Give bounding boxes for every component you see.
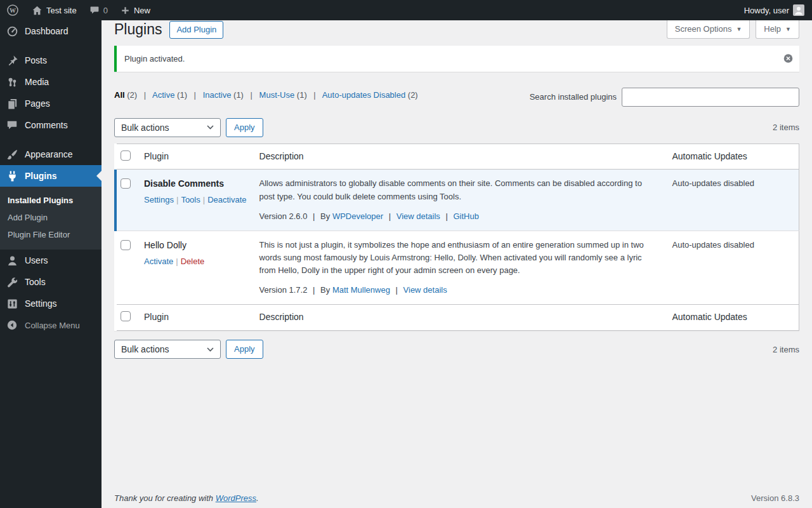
howdy-label: Howdy, user <box>744 6 789 15</box>
footer-thanks: Thank you for creating with WordPress. <box>114 493 259 503</box>
filter-inactive[interactable]: Inactive <box>203 90 232 100</box>
page-title: Plugins <box>114 20 162 39</box>
plugin-version: Version 1.7.2 <box>259 285 308 295</box>
sidebar-label: Tools <box>25 277 46 287</box>
site-name-link[interactable]: Test site <box>25 0 83 20</box>
screen-options-button[interactable]: Screen Options ▼ <box>667 20 750 39</box>
apply-button[interactable]: Apply <box>226 118 263 137</box>
sidebar-item-posts[interactable]: Posts <box>0 50 102 71</box>
sidebar-item-comments[interactable]: Comments <box>0 114 102 136</box>
sidebar-item-dashboard[interactable]: Dashboard <box>0 20 102 42</box>
wordpress-link[interactable]: WordPress <box>216 493 256 503</box>
chevron-down-icon: ▼ <box>785 25 791 32</box>
sidebar-label: Appearance <box>25 149 73 159</box>
add-plugin-button[interactable]: Add Plugin <box>169 21 223 39</box>
chevron-down-icon: ▼ <box>736 25 742 32</box>
items-count: 2 items <box>773 123 799 132</box>
collapse-menu-button[interactable]: Collapse Menu <box>0 314 102 336</box>
dismiss-icon <box>783 53 794 64</box>
plugin-description: This is not just a plugin, it symbolizes… <box>259 239 660 277</box>
tools-link[interactable]: Tools <box>181 195 200 204</box>
plugin-description: Allows administrators to globally disabl… <box>259 177 660 203</box>
footer-version: Version 6.8.3 <box>751 493 799 503</box>
search-label: Search installed plugins <box>530 92 617 102</box>
table-row-hello-dolly: Hello Dolly Activate|Delete This is not … <box>115 231 799 305</box>
select-all-checkbox[interactable] <box>121 150 131 161</box>
sidebar-item-tools[interactable]: Tools <box>0 271 102 293</box>
author-link[interactable]: WPDeveloper <box>332 211 383 221</box>
author-link[interactable]: Matt Mullenweg <box>332 285 390 295</box>
media-icon <box>6 76 18 88</box>
sidebar-item-appearance[interactable]: Appearance <box>0 144 102 165</box>
new-content-menu[interactable]: New <box>114 0 157 20</box>
bulk-actions-select-bottom[interactable]: Bulk actions <box>114 340 221 359</box>
row-checkbox[interactable] <box>121 178 131 189</box>
sidebar-item-settings[interactable]: Settings <box>0 293 102 314</box>
column-footer-description: Description <box>253 305 666 331</box>
users-icon <box>6 254 18 267</box>
column-header-plugin[interactable]: Plugin <box>138 144 253 170</box>
chevron-down-icon <box>207 125 214 130</box>
search-input[interactable] <box>622 88 799 107</box>
select-all-checkbox[interactable] <box>121 311 131 321</box>
sidebar-item-users[interactable]: Users <box>0 250 102 271</box>
submenu-plugin-file-editor[interactable]: Plugin File Editor <box>0 226 102 243</box>
settings-link[interactable]: Settings <box>144 195 174 204</box>
comments-bubble-link[interactable]: 0 <box>83 0 114 20</box>
sidebar-item-pages[interactable]: Pages <box>0 93 102 114</box>
column-footer-plugin[interactable]: Plugin <box>138 305 253 331</box>
filter-autoupdates-disabled[interactable]: Auto-updates Disabled <box>322 90 406 100</box>
bulk-actions-select[interactable]: Bulk actions <box>114 118 221 137</box>
wrench-icon <box>6 276 18 288</box>
wordpress-logo-menu[interactable]: W <box>0 0 25 20</box>
plugin-name: Disable Comments <box>144 177 247 191</box>
plus-icon <box>121 6 130 15</box>
submenu-add-plugin[interactable]: Add Plugin <box>0 209 102 226</box>
sidebar-label: Plugins <box>25 171 57 181</box>
screen-options-label: Screen Options <box>675 24 732 34</box>
new-label: New <box>134 6 150 15</box>
notice-message: Plugin activated. <box>124 54 185 64</box>
delete-link[interactable]: Delete <box>181 257 205 266</box>
sidebar-label: Settings <box>25 298 57 309</box>
column-header-auto-updates: Automatic Updates <box>666 144 799 170</box>
view-details-link[interactable]: View details <box>396 211 440 221</box>
dismiss-notice-button[interactable] <box>783 53 794 64</box>
comment-count: 0 <box>103 6 108 15</box>
sidebar-label: Pages <box>25 98 50 109</box>
sidebar-item-plugins[interactable]: Plugins <box>0 165 102 187</box>
column-footer-auto-updates: Automatic Updates <box>666 305 799 331</box>
comment-bubble-icon <box>89 5 100 15</box>
apply-button-bottom[interactable]: Apply <box>226 340 263 359</box>
column-header-description: Description <box>253 144 666 170</box>
github-link[interactable]: GitHub <box>454 211 479 221</box>
my-account-menu[interactable]: Howdy, user <box>737 0 812 20</box>
svg-text:W: W <box>10 7 16 14</box>
sidebar-label: Posts <box>25 55 47 65</box>
dashboard-icon <box>6 25 18 37</box>
sidebar-label: Media <box>25 77 49 87</box>
view-details-link[interactable]: View details <box>403 285 447 295</box>
help-button[interactable]: Help ▼ <box>756 20 799 39</box>
admin-sidebar: Dashboard Posts Media Pages Comments App… <box>0 20 102 508</box>
table-row-disable-comments: Disable Comments Settings|Tools|Deactiva… <box>115 170 799 231</box>
submenu-installed-plugins[interactable]: Installed Plugins <box>0 192 102 209</box>
sidebar-label: Users <box>25 255 48 265</box>
sidebar-label: Comments <box>25 120 68 130</box>
plugin-name: Hello Dolly <box>144 239 247 253</box>
site-name-label: Test site <box>46 6 77 15</box>
filter-all[interactable]: All <box>114 90 125 100</box>
admin-footer: Thank you for creating with WordPress. V… <box>114 493 799 503</box>
comments-icon <box>6 119 18 131</box>
row-checkbox[interactable] <box>121 240 131 250</box>
plugins-table: Plugin Description Automatic Updates Dis… <box>114 144 799 331</box>
auto-updates-status: Auto-updates disabled <box>672 178 754 188</box>
chevron-down-icon <box>207 347 214 352</box>
activate-link[interactable]: Activate <box>144 257 173 266</box>
deactivate-link[interactable]: Deactivate <box>207 195 246 204</box>
home-icon <box>32 5 43 16</box>
wordpress-logo-icon: W <box>6 4 19 17</box>
filter-active[interactable]: Active <box>152 90 174 100</box>
sidebar-item-media[interactable]: Media <box>0 71 102 93</box>
filter-must-use[interactable]: Must-Use <box>259 90 295 100</box>
